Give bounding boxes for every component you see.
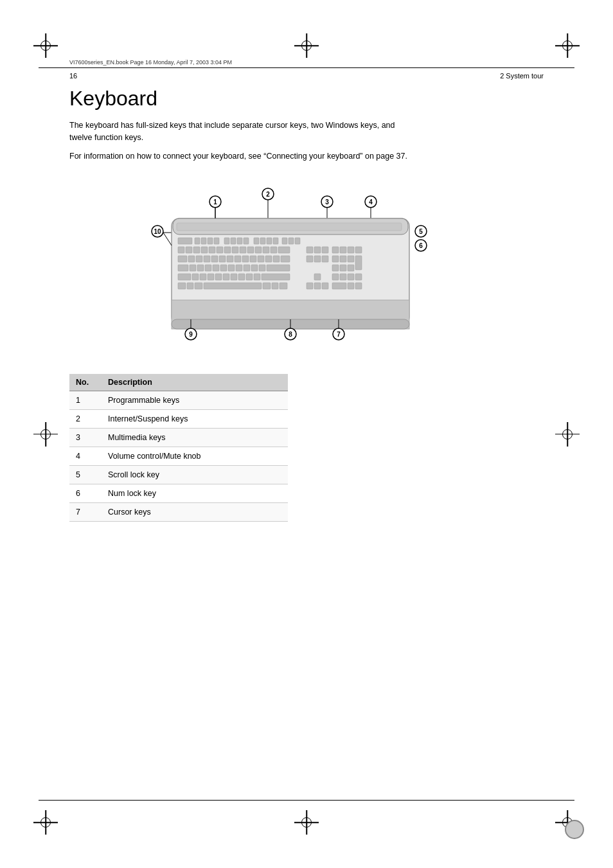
main-content: Keyboard The keyboard has full-sized key… bbox=[69, 87, 544, 522]
svg-rect-70 bbox=[265, 256, 272, 262]
table-row: 1Programmable keys bbox=[69, 391, 288, 410]
svg-rect-73 bbox=[306, 256, 313, 262]
page-header: 16 2 System tour bbox=[69, 72, 544, 80]
bottom-rule bbox=[39, 800, 574, 801]
svg-rect-117 bbox=[280, 283, 287, 289]
svg-rect-30 bbox=[244, 238, 249, 244]
cell-desc: Volume control/Mute knob bbox=[102, 447, 288, 466]
svg-text:8: 8 bbox=[289, 331, 292, 338]
reg-mark-mid-left bbox=[39, 427, 53, 441]
svg-rect-101 bbox=[231, 274, 237, 280]
svg-rect-99 bbox=[215, 274, 222, 280]
cell-desc: Cursor keys bbox=[102, 503, 288, 522]
table-row: 3Multimedia keys bbox=[69, 429, 288, 447]
svg-rect-64 bbox=[219, 256, 226, 262]
svg-rect-102 bbox=[238, 274, 245, 280]
svg-text:4: 4 bbox=[369, 199, 373, 206]
svg-rect-51 bbox=[278, 247, 290, 253]
svg-text:5: 5 bbox=[419, 228, 423, 235]
svg-rect-46 bbox=[240, 247, 246, 253]
svg-rect-123 bbox=[355, 283, 362, 289]
cell-no: 4 bbox=[69, 447, 102, 466]
svg-rect-52 bbox=[306, 247, 313, 253]
svg-rect-54 bbox=[322, 247, 328, 253]
svg-rect-90 bbox=[259, 265, 265, 271]
svg-text:3: 3 bbox=[325, 199, 329, 206]
svg-rect-57 bbox=[348, 247, 354, 253]
svg-rect-111 bbox=[178, 283, 186, 289]
svg-rect-49 bbox=[263, 247, 269, 253]
svg-rect-41 bbox=[201, 247, 208, 253]
keyboard-diagram: 1 2 3 4 5 6 10 bbox=[120, 175, 493, 361]
svg-rect-40 bbox=[193, 247, 200, 253]
cell-no: 3 bbox=[69, 429, 102, 447]
svg-rect-103 bbox=[246, 274, 253, 280]
svg-rect-92 bbox=[332, 265, 339, 271]
book-info: VI7600series_EN.book Page 16 Monday, Apr… bbox=[69, 59, 232, 66]
svg-text:7: 7 bbox=[337, 331, 341, 338]
svg-text:9: 9 bbox=[189, 331, 193, 338]
col-header-no: No. bbox=[69, 374, 102, 391]
svg-rect-83 bbox=[205, 265, 211, 271]
svg-rect-120 bbox=[322, 283, 328, 289]
svg-rect-86 bbox=[228, 265, 235, 271]
svg-rect-26 bbox=[214, 238, 219, 244]
reg-mark-bottom-left bbox=[39, 815, 53, 829]
svg-rect-77 bbox=[340, 256, 346, 262]
svg-rect-68 bbox=[250, 256, 256, 262]
svg-text:10: 10 bbox=[154, 228, 161, 235]
table-row: 4Volume control/Mute knob bbox=[69, 447, 288, 466]
svg-rect-107 bbox=[332, 274, 339, 280]
svg-rect-104 bbox=[254, 274, 260, 280]
svg-rect-80 bbox=[178, 265, 188, 271]
svg-rect-105 bbox=[262, 274, 290, 280]
table-row: 5Scroll lock key bbox=[69, 466, 288, 484]
cell-no: 5 bbox=[69, 466, 102, 484]
chapter-title: 2 System tour bbox=[500, 72, 544, 80]
svg-rect-85 bbox=[220, 265, 227, 271]
svg-rect-89 bbox=[251, 265, 258, 271]
cell-no: 6 bbox=[69, 484, 102, 503]
cell-desc: Multimedia keys bbox=[102, 429, 288, 447]
svg-rect-34 bbox=[273, 238, 278, 244]
svg-rect-119 bbox=[314, 283, 321, 289]
svg-rect-55 bbox=[332, 247, 339, 253]
svg-rect-72 bbox=[281, 256, 290, 262]
svg-rect-63 bbox=[211, 256, 218, 262]
svg-rect-114 bbox=[204, 283, 262, 289]
svg-text:2: 2 bbox=[266, 191, 270, 198]
svg-rect-69 bbox=[258, 256, 264, 262]
svg-rect-42 bbox=[209, 247, 215, 253]
cell-desc: Internet/Suspend keys bbox=[102, 410, 288, 429]
svg-rect-37 bbox=[295, 238, 300, 244]
svg-rect-91 bbox=[267, 265, 290, 271]
svg-rect-79 bbox=[355, 256, 362, 270]
reg-mark-mid-right bbox=[560, 427, 574, 441]
svg-text:6: 6 bbox=[419, 242, 423, 249]
svg-rect-25 bbox=[208, 238, 213, 244]
svg-rect-23 bbox=[195, 238, 200, 244]
svg-rect-24 bbox=[201, 238, 206, 244]
svg-rect-81 bbox=[190, 265, 196, 271]
svg-rect-59 bbox=[178, 256, 187, 262]
decorative-circle bbox=[565, 820, 584, 839]
svg-rect-45 bbox=[232, 247, 238, 253]
page-title: Keyboard bbox=[69, 87, 544, 111]
cell-no: 7 bbox=[69, 503, 102, 522]
svg-rect-35 bbox=[282, 238, 287, 244]
svg-rect-62 bbox=[204, 256, 210, 262]
svg-rect-100 bbox=[223, 274, 229, 280]
cell-no: 1 bbox=[69, 391, 102, 410]
svg-rect-21 bbox=[177, 223, 402, 231]
svg-line-136 bbox=[163, 233, 172, 245]
svg-rect-48 bbox=[255, 247, 262, 253]
table-row: 2Internet/Suspend keys bbox=[69, 410, 288, 429]
svg-rect-97 bbox=[200, 274, 206, 280]
svg-rect-67 bbox=[242, 256, 249, 262]
svg-rect-58 bbox=[355, 247, 362, 253]
svg-rect-71 bbox=[273, 256, 280, 262]
svg-rect-96 bbox=[192, 274, 199, 280]
svg-rect-87 bbox=[236, 265, 242, 271]
svg-rect-32 bbox=[260, 238, 265, 244]
svg-rect-94 bbox=[348, 265, 354, 271]
